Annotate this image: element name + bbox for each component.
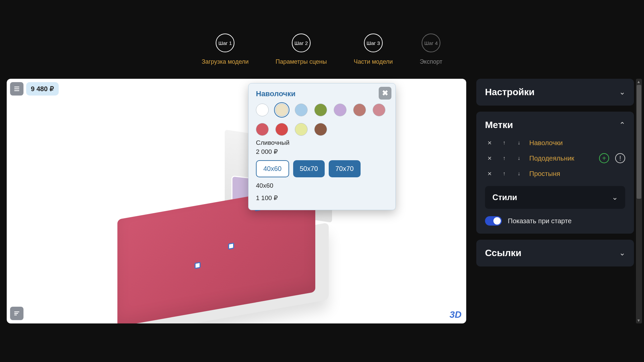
color-swatch[interactable] bbox=[275, 104, 288, 116]
settings-panel: Настройки ⌄ bbox=[476, 79, 634, 106]
color-swatch[interactable] bbox=[353, 104, 366, 116]
arrow-up-icon[interactable]: ↑ bbox=[500, 169, 508, 178]
color-swatch[interactable] bbox=[314, 104, 327, 116]
panel-title: Ссылки bbox=[485, 248, 521, 258]
subpanel-title: Стили bbox=[492, 193, 517, 202]
color-price: 2 000 ₽ bbox=[256, 148, 388, 156]
label-row: ✕↑↓Наволочки bbox=[485, 138, 625, 147]
3d-viewport[interactable]: 9 480 ₽ 3D bbox=[7, 79, 466, 323]
chevron-down-icon: ⌄ bbox=[619, 88, 625, 97]
color-swatch[interactable] bbox=[256, 104, 269, 116]
show-on-start-toggle[interactable] bbox=[485, 216, 502, 226]
main-row: 9 480 ₽ 3D Наволочки ✖ Сливочный 2 000 ₽… bbox=[0, 79, 644, 323]
popover-title: Наволочки bbox=[256, 89, 388, 98]
chevron-down-icon: ⌄ bbox=[612, 193, 618, 202]
color-swatch[interactable] bbox=[334, 104, 346, 116]
chevron-down-icon: ⌄ bbox=[619, 249, 625, 257]
settings-panel-header[interactable]: Настройки ⌄ bbox=[485, 87, 625, 98]
color-swatch[interactable] bbox=[295, 123, 308, 136]
arrow-down-icon[interactable]: ↓ bbox=[515, 169, 523, 178]
step-4[interactable]: Шаг 4 Экспорт bbox=[420, 34, 442, 65]
color-swatches bbox=[256, 104, 387, 136]
styles-subpanel-header[interactable]: Стили ⌄ bbox=[485, 186, 625, 209]
scrollbar-thumb[interactable] bbox=[637, 85, 641, 199]
size-button[interactable]: 50x70 bbox=[293, 160, 325, 177]
color-swatch[interactable] bbox=[275, 123, 288, 136]
step-circle: Шаг 4 bbox=[422, 34, 440, 52]
labels-list: ✕↑↓Наволочки✕↑↓Пододеяльник+!✕↑↓Простыня bbox=[485, 138, 625, 178]
step-label: Экспорт bbox=[420, 58, 442, 65]
viewport-toolbar-top-left: 9 480 ₽ bbox=[10, 82, 59, 96]
arrow-up-icon[interactable]: ↑ bbox=[500, 154, 508, 163]
step-circle: Шаг 3 bbox=[364, 34, 383, 52]
delete-icon[interactable]: ✕ bbox=[485, 138, 494, 147]
step-label: Параметры сцены bbox=[275, 58, 327, 65]
list-icon[interactable] bbox=[10, 82, 23, 96]
3d-logo-icon[interactable]: 3D bbox=[449, 309, 462, 320]
close-icon[interactable]: ✖ bbox=[379, 87, 391, 100]
arrow-up-icon[interactable]: ↑ bbox=[500, 138, 508, 147]
delete-icon[interactable]: ✕ bbox=[485, 154, 494, 163]
label-name[interactable]: Пододеяльник bbox=[529, 155, 593, 162]
sidebar: Настройки ⌄ Метки ⌃ ✕↑↓Наволочки✕↑↓Подод… bbox=[476, 79, 634, 323]
options-popover: Наволочки ✖ Сливочный 2 000 ₽ 40x6050x70… bbox=[248, 83, 396, 210]
step-label: Загрузка модели bbox=[202, 58, 249, 65]
color-swatch[interactable] bbox=[373, 104, 385, 116]
step-1[interactable]: Шаг 1 Загрузка модели bbox=[202, 34, 249, 65]
size-name: 40x60 bbox=[256, 182, 388, 189]
delete-icon[interactable]: ✕ bbox=[485, 169, 494, 178]
menu-icon[interactable] bbox=[10, 307, 23, 320]
labels-panel: Метки ⌃ ✕↑↓Наволочки✕↑↓Пододеяльник+!✕↑↓… bbox=[476, 112, 634, 234]
hotspot-marker[interactable] bbox=[228, 243, 234, 250]
links-panel: Ссылки ⌄ bbox=[476, 240, 634, 266]
label-name[interactable]: Наволочки bbox=[529, 139, 625, 147]
color-swatch[interactable] bbox=[256, 123, 269, 136]
size-button[interactable]: 40x60 bbox=[256, 160, 289, 177]
label-name[interactable]: Простыня bbox=[529, 170, 625, 178]
toggle-label: Показать при старте bbox=[508, 217, 572, 225]
arrow-down-icon[interactable]: ↓ bbox=[515, 154, 523, 163]
price-badge: 9 480 ₽ bbox=[26, 82, 59, 96]
color-swatch[interactable] bbox=[314, 123, 327, 136]
size-buttons: 40x6050x7070x70 bbox=[256, 160, 388, 177]
panel-title: Метки bbox=[485, 120, 513, 130]
label-row: ✕↑↓Простыня bbox=[485, 169, 625, 178]
steps-header: Шаг 1 Загрузка модели Шаг 2 Параметры сц… bbox=[0, 0, 644, 79]
show-on-start-row: Показать при старте bbox=[485, 216, 625, 226]
size-price: 1 100 ₽ bbox=[256, 194, 388, 202]
viewport-toolbar-bottom-left bbox=[10, 307, 23, 320]
chevron-up-icon: ⌃ bbox=[619, 121, 625, 129]
color-name: Сливочный bbox=[256, 139, 388, 146]
panel-title: Настройки bbox=[485, 87, 535, 98]
size-button[interactable]: 70x70 bbox=[329, 160, 361, 177]
label-row: ✕↑↓Пододеяльник+! bbox=[485, 153, 625, 163]
links-panel-header[interactable]: Ссылки ⌄ bbox=[485, 248, 625, 258]
color-swatch[interactable] bbox=[295, 104, 308, 116]
step-2[interactable]: Шаг 2 Параметры сцены bbox=[275, 34, 327, 65]
step-circle: Шаг 1 bbox=[216, 34, 234, 52]
warning-icon[interactable]: ! bbox=[615, 153, 625, 163]
scrollbar[interactable] bbox=[636, 79, 642, 323]
arrow-down-icon[interactable]: ↓ bbox=[515, 138, 523, 147]
add-icon[interactable]: + bbox=[599, 153, 609, 163]
step-label: Части модели bbox=[354, 58, 393, 65]
step-circle: Шаг 2 bbox=[292, 34, 311, 52]
step-3[interactable]: Шаг 3 Части модели bbox=[354, 34, 393, 65]
labels-panel-header[interactable]: Метки ⌃ bbox=[485, 120, 625, 130]
hotspot-marker[interactable] bbox=[195, 262, 201, 269]
